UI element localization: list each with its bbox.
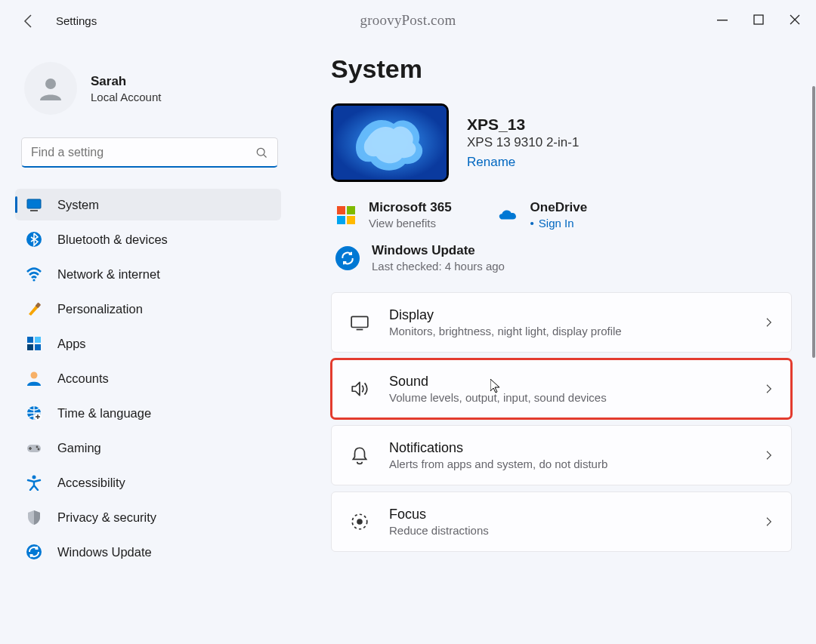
bell-icon (348, 445, 371, 465)
nav-item-accounts[interactable]: Accounts (15, 362, 281, 394)
card-notifications[interactable]: NotificationsAlerts from apps and system… (331, 425, 792, 485)
card-title: Notifications (389, 440, 607, 456)
windows-update-item[interactable]: Windows Update Last checked: 4 hours ago (331, 243, 792, 273)
nav-label: Network & internet (57, 267, 160, 282)
svg-point-12 (32, 279, 35, 281)
card-sound[interactable]: SoundVolume levels, output, input, sound… (331, 359, 792, 419)
nav-item-time[interactable]: Time & language (15, 397, 281, 429)
svg-rect-28 (347, 206, 355, 214)
microsoft-logo-icon (335, 205, 357, 226)
nav-item-privacy[interactable]: Privacy & security (15, 501, 281, 533)
nav-item-gaming[interactable]: Gaming (15, 432, 281, 464)
nav-item-apps[interactable]: Apps (15, 328, 281, 359)
watermark: groovyPost.com (360, 12, 456, 29)
svg-point-24 (32, 476, 36, 479)
chevron-right-icon (762, 381, 776, 397)
microsoft365-item[interactable]: Microsoft 365 View benefits (335, 200, 452, 230)
onedrive-sub[interactable]: Sign In (530, 217, 588, 230)
card-title: Focus (389, 507, 489, 522)
onedrive-icon (497, 205, 518, 226)
search-input[interactable] (31, 146, 255, 159)
nav-item-system[interactable]: System (15, 189, 281, 220)
svg-point-23 (38, 448, 40, 451)
card-title: Display (389, 307, 622, 323)
app-title: Settings (56, 14, 97, 27)
sound-icon (348, 379, 371, 399)
nav-item-update[interactable]: Windows Update (15, 536, 281, 568)
avatar (24, 62, 77, 115)
chevron-right-icon (762, 314, 776, 331)
accessibility-icon (26, 474, 42, 491)
svg-rect-10 (30, 210, 38, 211)
titlebar: Settings groovyPost.com (0, 0, 816, 41)
minimize-button[interactable] (704, 5, 740, 35)
onedrive-item[interactable]: OneDrive Sign In (497, 200, 588, 230)
update-sub: Last checked: 4 hours ago (372, 260, 505, 273)
card-title: Sound (389, 374, 607, 390)
profile-subtitle: Local Account (91, 91, 161, 103)
card-subtitle: Monitors, brightness, night light, displ… (389, 325, 622, 337)
device-thumbnail[interactable] (331, 103, 449, 182)
rename-link[interactable]: Rename (467, 155, 515, 170)
sync-icon (335, 246, 360, 270)
svg-rect-8 (27, 199, 41, 208)
display-icon (348, 313, 371, 332)
system-icon (26, 196, 42, 213)
svg-rect-14 (27, 337, 33, 343)
nav-label: System (57, 198, 99, 212)
close-button[interactable] (777, 5, 813, 35)
sync-icon (26, 544, 42, 560)
focus-icon (348, 512, 371, 532)
card-display[interactable]: DisplayMonitors, brightness, night light… (331, 292, 792, 353)
maximize-button[interactable] (740, 5, 777, 35)
nav-label: Privacy & security (57, 510, 156, 525)
nav-label: Personalization (57, 302, 143, 316)
back-button[interactable] (15, 7, 42, 34)
device-model: XPS 13 9310 2-in-1 (467, 135, 579, 150)
sidebar: Sarah Local Account SystemBluetooth & de… (0, 41, 299, 644)
m365-sub: View benefits (369, 217, 452, 230)
card-focus[interactable]: FocusReduce distractions (331, 491, 792, 552)
gamepad-icon (26, 439, 42, 456)
profile-name: Sarah (91, 74, 161, 89)
content-area: System XPS_13 XPS 13 9310 2-in-1 Rename (299, 41, 816, 644)
nav-label: Accounts (57, 371, 109, 386)
search-icon (255, 146, 268, 159)
nav-list: SystemBluetooth & devicesNetwork & inter… (15, 189, 281, 568)
nav-label: Accessibility (57, 476, 125, 490)
svg-rect-29 (337, 216, 345, 224)
svg-rect-16 (27, 344, 33, 350)
nav-label: Time & language (57, 406, 151, 421)
svg-point-22 (36, 446, 39, 448)
svg-point-18 (31, 372, 38, 379)
update-title: Windows Update (372, 243, 505, 258)
wifi-icon (26, 266, 42, 282)
bluetooth-icon (26, 231, 42, 248)
svg-rect-30 (347, 216, 355, 224)
person-icon (26, 370, 42, 387)
nav-label: Apps (57, 337, 86, 351)
nav-label: Gaming (57, 441, 101, 455)
card-subtitle: Volume levels, output, input, sound devi… (389, 391, 607, 404)
globe-icon (26, 405, 42, 421)
nav-item-personalization[interactable]: Personalization (15, 293, 281, 325)
brush-icon (26, 300, 42, 317)
nav-label: Windows Update (57, 545, 152, 559)
nav-item-bluetooth[interactable]: Bluetooth & devices (15, 223, 281, 255)
profile-block[interactable]: Sarah Local Account (24, 62, 281, 115)
search-box[interactable] (21, 137, 278, 168)
chevron-right-icon (762, 513, 776, 530)
nav-item-accessibility[interactable]: Accessibility (15, 467, 281, 498)
onedrive-title: OneDrive (530, 200, 588, 215)
scrollbar[interactable] (812, 86, 815, 358)
m365-title: Microsoft 365 (369, 200, 452, 215)
card-subtitle: Reduce distractions (389, 524, 489, 537)
device-name: XPS_13 (467, 116, 579, 134)
card-subtitle: Alerts from apps and system, do not dist… (389, 458, 607, 470)
svg-rect-27 (337, 206, 345, 214)
chevron-right-icon (762, 447, 776, 464)
nav-item-network[interactable]: Network & internet (15, 258, 281, 290)
page-title: System (331, 54, 792, 84)
nav-label: Bluetooth & devices (57, 233, 168, 247)
apps-icon (26, 335, 42, 352)
